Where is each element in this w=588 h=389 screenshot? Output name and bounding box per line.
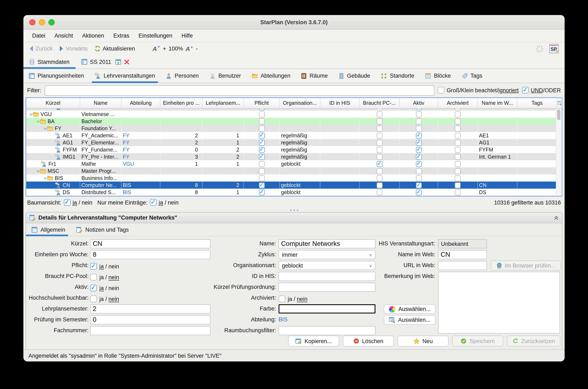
- tab-tags[interactable]: Tags: [456, 69, 488, 83]
- pflicht-checkbox[interactable]: [259, 154, 265, 160]
- scrollbar-thumb[interactable]: [557, 109, 560, 120]
- expander-chevron-down-icon[interactable]: [36, 120, 40, 123]
- doc-tab-stammdaten[interactable]: Stammdaten: [23, 55, 75, 68]
- tree-folder-row-BIS[interactable]: BISBusiness Info...: [26, 174, 562, 182]
- braucht-pc-checkbox[interactable]: [377, 168, 382, 174]
- config-cols-icon[interactable]: [557, 101, 562, 105]
- archiviert-checkbox[interactable]: [455, 161, 461, 167]
- braucht-pc-checkbox[interactable]: [377, 126, 382, 131]
- details-tab-notizen-und-tags[interactable]: Notizen und Tags: [71, 223, 134, 236]
- column-header-name-im-w-[interactable]: Name im W...: [478, 98, 518, 108]
- expander-chevron-down-icon[interactable]: [43, 127, 47, 130]
- aktiv-checkbox[interactable]: [416, 111, 422, 117]
- pflicht-checkbox[interactable]: [259, 132, 265, 138]
- braucht-pc-checkbox[interactable]: [377, 147, 382, 153]
- neu-button[interactable]: Neu: [398, 336, 449, 346]
- expander-chevron-down-icon[interactable]: [43, 176, 47, 180]
- braucht-pc-checkbox[interactable]: [377, 154, 382, 160]
- braucht-pc-checkbox[interactable]: [377, 140, 382, 145]
- column-header-aktiv[interactable]: Aktiv: [400, 98, 438, 108]
- aktiv-checkbox[interactable]: [416, 118, 422, 124]
- tab-gebäude[interactable]: Gebäude: [333, 69, 376, 83]
- column-header-id-in-his[interactable]: ID in HIS: [320, 98, 360, 108]
- braucht-pc-checkbox[interactable]: [377, 132, 382, 138]
- aktiv-checkbox[interactable]: [416, 168, 422, 174]
- close-x-icon[interactable]: [124, 59, 130, 65]
- tree-folder-row-VGU[interactable]: VGUVietnamese ...: [26, 111, 562, 118]
- tree-folder-row-BA[interactable]: BABachelor: [26, 118, 562, 125]
- menu-extras[interactable]: Extras: [109, 32, 134, 39]
- archiviert-checkbox[interactable]: [278, 295, 285, 302]
- pflicht-checkbox[interactable]: [259, 161, 265, 167]
- tab-räume[interactable]: Räume: [296, 69, 333, 83]
- doc-tab-ss-2011[interactable]: SS 2011: [75, 55, 117, 68]
- close-window-button[interactable]: [29, 19, 35, 25]
- raumbuchungsfilter-field[interactable]: [278, 326, 376, 335]
- font-zoom-in-button[interactable]: A▼: [152, 45, 160, 52]
- menu-datei[interactable]: Datei: [28, 32, 50, 39]
- pflicht-checkbox[interactable]: [259, 168, 265, 174]
- column-header-organisation-[interactable]: Organisation...: [280, 98, 320, 108]
- tab-standorte[interactable]: Standorte: [376, 69, 420, 83]
- braucht-pc-checkbox[interactable]: [377, 175, 382, 181]
- course-row-IMG1[interactable]: IMG1FY_Pre - Inter...FY32regelmäßigInt. …: [26, 153, 562, 160]
- column-header-abteilung[interactable]: Abteilung: [122, 98, 160, 108]
- speichern-button[interactable]: Speichern: [452, 336, 503, 346]
- aktiv-checkbox[interactable]: [416, 161, 422, 167]
- column-header-braucht-pc-[interactable]: Braucht PC-...: [360, 98, 400, 108]
- bemerkung-im-web-textarea[interactable]: [438, 272, 560, 333]
- tab-lehrveranstaltungen[interactable]: Lehrveranstaltungen: [89, 69, 160, 83]
- vertical-scrollbar[interactable]: [556, 108, 562, 195]
- archiviert-checkbox[interactable]: [455, 168, 461, 174]
- column-config-button[interactable]: [557, 98, 562, 108]
- aktiv-checkbox[interactable]: [416, 126, 422, 131]
- archiviert-checkbox[interactable]: [455, 147, 461, 153]
- pflicht-checkbox[interactable]: [259, 126, 265, 131]
- archiviert-checkbox[interactable]: [455, 154, 461, 160]
- course-row-partial[interactable]: [26, 108, 562, 111]
- expander-chevron-down-icon[interactable]: [36, 169, 40, 173]
- loeschen-button[interactable]: Löschen: [343, 336, 394, 346]
- case-sensitive-checkbox-group[interactable]: Groß/Klein beachtet/ignoriert: [438, 87, 519, 94]
- column-header-archiviert[interactable]: Archiviert: [438, 98, 478, 108]
- tree-folder-row-FY[interactable]: FYFoundation Y...: [26, 125, 562, 132]
- column-header-einheiten-pro-[interactable]: Einheiten pro ...: [160, 98, 203, 108]
- aktiv-checkbox[interactable]: [416, 132, 422, 138]
- pflicht-checkbox[interactable]: [259, 108, 265, 110]
- aktiv-checkbox[interactable]: [416, 189, 422, 195]
- tab-blöcke[interactable]: Blöcke: [420, 69, 456, 83]
- font-zoom-out-button[interactable]: A▲: [186, 45, 194, 52]
- tab-benutzer[interactable]: Benutzer: [204, 69, 246, 83]
- course-row-DS[interactable]: DSDistributed S...BIS81geblocktDS: [26, 189, 562, 196]
- pflicht-checkbox[interactable]: [259, 140, 265, 145]
- hochschulweit-buchbar-checkbox[interactable]: [90, 295, 97, 302]
- farbe-field[interactable]: [278, 304, 376, 313]
- pflicht-checkbox[interactable]: [259, 189, 265, 195]
- column-header-k-rzel[interactable]: Kürzel: [26, 98, 80, 108]
- column-header-pflicht[interactable]: Pflicht: [244, 98, 280, 108]
- check-in-browser-button[interactable]: Im Browser prüfen...: [491, 260, 561, 270]
- course-row-FYFM[interactable]: FYFMFY_Fundame...FY02regelmäßigFYFM: [26, 146, 562, 153]
- pflicht-checkbox[interactable]: [90, 263, 97, 270]
- course-row-AE1[interactable]: AE1FY_Academic...FY21regelmäßigAE1: [26, 132, 562, 139]
- pruefung-im-semester-field[interactable]: [90, 315, 210, 324]
- andor-checkbox[interactable]: [522, 87, 529, 94]
- kuerzel-field[interactable]: [90, 239, 210, 248]
- archiviert-checkbox[interactable]: [455, 111, 461, 117]
- menu-hilfe[interactable]: Hilfe: [177, 32, 197, 39]
- archiviert-checkbox[interactable]: [455, 175, 461, 181]
- aktiv-checkbox[interactable]: [416, 154, 422, 160]
- only-mine-checkbox[interactable]: ja / nein: [150, 199, 178, 206]
- archiviert-checkbox[interactable]: [455, 132, 461, 138]
- case-checkbox[interactable]: [438, 87, 445, 94]
- details-tab-allgemein[interactable]: Allgemein: [26, 223, 71, 236]
- zuruecksetzen-button[interactable]: Zurücksetzen: [507, 336, 560, 346]
- braucht-pc-checkbox[interactable]: [377, 111, 382, 117]
- fachnummer-field[interactable]: [90, 326, 210, 335]
- column-header-name[interactable]: Name: [80, 98, 122, 108]
- expander-chevron-down-icon[interactable]: [29, 112, 33, 116]
- minimize-window-button[interactable]: [39, 19, 45, 25]
- kopieren-button[interactable]: Kopieren...: [288, 336, 339, 346]
- panel-splitter[interactable]: [23, 208, 565, 212]
- course-row-Fr1[interactable]: Fr1MatheVGU11geblockt: [26, 160, 562, 167]
